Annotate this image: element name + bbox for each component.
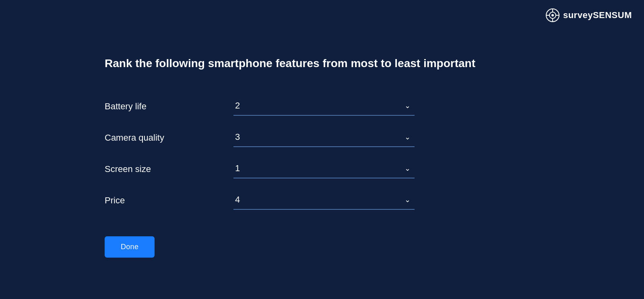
battery-life-rank-value: 2 [235,100,240,111]
feature-label-camera-quality: Camera quality [105,133,233,143]
chevron-down-icon: ⌄ [405,133,411,141]
done-button[interactable]: Done [105,236,155,258]
price-rank-value: 4 [235,195,240,205]
logo-sensum: SENSUM [593,10,632,20]
ranking-row: Battery life 2 ⌄ [105,91,539,122]
price-select[interactable]: 4 ⌄ [233,191,415,210]
main-content: Rank the following smartphone features f… [105,56,539,258]
camera-quality-select[interactable]: 3 ⌄ [233,129,415,147]
battery-life-select[interactable]: 2 ⌄ [233,97,415,116]
ranking-row: Camera quality 3 ⌄ [105,122,539,154]
logo-text: surveySENSUM [563,10,632,20]
feature-label-screen-size: Screen size [105,164,233,174]
logo-survey: survey [563,10,593,20]
svg-point-6 [551,14,554,16]
screen-size-select[interactable]: 1 ⌄ [233,160,415,178]
feature-label-battery-life: Battery life [105,101,233,112]
screen-size-rank-value: 1 [235,163,240,174]
chevron-down-icon: ⌄ [405,164,411,173]
chevron-down-icon: ⌄ [405,195,411,204]
logo-icon [545,8,560,23]
chevron-down-icon: ⌄ [405,101,411,110]
question-title: Rank the following smartphone features f… [105,56,539,71]
ranking-row: Price 4 ⌄ [105,185,539,216]
feature-label-price: Price [105,195,233,206]
header: surveySENSUM [545,8,632,23]
ranking-row: Screen size 1 ⌄ [105,154,539,185]
ranking-list: Battery life 2 ⌄ Camera quality 3 ⌄ [105,91,539,216]
camera-quality-rank-value: 3 [235,132,240,142]
